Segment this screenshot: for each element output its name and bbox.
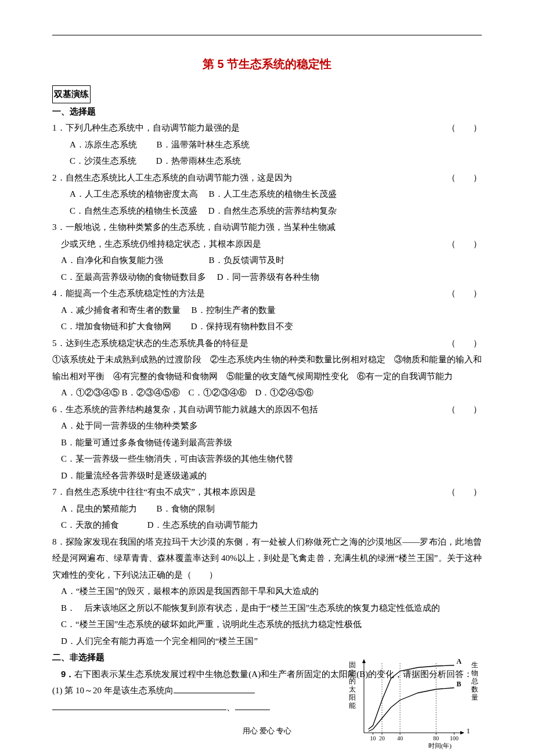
q2-stem: 2．自然生态系统比人工生态系统的自动调节能力强，这是因为 bbox=[52, 170, 447, 186]
q2-opts-row2: C．自然生态系统的植物生长茂盛 D．自然生态系统的营养结构复杂 bbox=[52, 203, 482, 219]
svg-text:B: B bbox=[456, 680, 461, 688]
q1-optD: D．热带雨林生态系统 bbox=[156, 156, 241, 165]
top-rule bbox=[52, 35, 482, 35]
q4-stem: 4．能提高一个生态系统稳定性的方法是 bbox=[52, 285, 447, 302]
q8-stem: 8．探险家发现在我国的塔克拉玛干大沙漠的东侧，有一处被人们称做死亡之海的沙漠地区… bbox=[52, 534, 482, 584]
svg-text:太: 太 bbox=[349, 685, 356, 693]
q3-stem-line1: 3．一般地说，生物种类繁多的生态系统，自动调节能力强，当某种生物减 bbox=[52, 219, 482, 236]
q3-stem2: 少或灭绝，生态系统仍维持稳定状态，其根本原因是 bbox=[52, 236, 447, 253]
svg-text:数: 数 bbox=[471, 685, 478, 693]
content-body: 双基演练 一、选择题 1．下列几种生态系统中，自动调节能力最强的是 （ ） A．… bbox=[52, 85, 482, 715]
q7-stem-line: 7．自然生态系统中往往“有虫不成灾”，其根本原因是 （ ） bbox=[52, 484, 482, 501]
q8-optB: B． 后来该地区之所以不能恢复到原有状态，是由于“楼兰王国”生态系统的恢复力稳定… bbox=[52, 600, 482, 617]
svg-text:量: 量 bbox=[471, 693, 478, 701]
q1-opts-row2: C．沙漠生态系统 D．热带雨林生态系统 bbox=[52, 153, 482, 170]
svg-text:总: 总 bbox=[471, 677, 478, 685]
svg-text:阳: 阳 bbox=[349, 693, 356, 701]
fill-blank-long bbox=[52, 701, 226, 710]
svg-text:物: 物 bbox=[471, 669, 478, 677]
q2-optD: D．自然生态系统的营养结构复杂 bbox=[208, 206, 337, 215]
q8-optC: C．“楼兰王国”生态系统的破坏如此严重，说明此生态系统的抵抗力稳定性极低 bbox=[52, 616, 482, 633]
page-title: 第 5 节生态系统的稳定性 bbox=[52, 53, 482, 75]
q9-sep: 、 bbox=[226, 703, 235, 712]
q3-opts-row1: A．自净化和自恢复能力强 B．负反馈调节及时 bbox=[52, 252, 482, 269]
q7-stem: 7．自然生态系统中往往“有虫不成灾”，其根本原因是 bbox=[52, 484, 447, 501]
q9-sub1-pre: (1) 第 10～20 年是该生态系统向 bbox=[52, 686, 174, 695]
section-label-box: 双基演练 bbox=[52, 85, 91, 103]
q2-paren: （ ） bbox=[447, 170, 482, 186]
svg-text:80: 80 bbox=[433, 735, 439, 741]
q6-stem: 6．生态系统的营养结构越复杂，其自动调节能力就越大的原因不包括 bbox=[52, 401, 447, 418]
q1-paren: （ ） bbox=[447, 120, 482, 136]
svg-marker-2 bbox=[362, 659, 366, 663]
q3-optA: A．自净化和自恢复能力强 bbox=[61, 255, 163, 265]
q1-stem-line: 1．下列几种生态系统中，自动调节能力最强的是 （ ） bbox=[52, 120, 482, 136]
q6-optA: A．处于同一营养级的生物种类繁多 bbox=[52, 417, 482, 434]
q4-optA: A．减少捕食者和寄生者的数量 bbox=[61, 305, 181, 315]
q8-optA: A．“楼兰王国”的毁灭，最根本的原因是我国西部干旱和风大造成的 bbox=[52, 583, 482, 600]
q9-chart: 10204080100AB固定的太阳能生物总数量时间(年) bbox=[345, 654, 482, 750]
svg-text:定: 定 bbox=[349, 669, 356, 677]
q7-paren: （ ） bbox=[447, 484, 482, 501]
svg-text:40: 40 bbox=[397, 735, 403, 741]
q5-stem-line: 5．达到生态系统稳定状态的生态系统具备的特征是 （ ） bbox=[52, 335, 482, 352]
q1-stem: 1．下列几种生态系统中，自动调节能力最强的是 bbox=[52, 120, 447, 136]
svg-text:20: 20 bbox=[379, 735, 385, 741]
svg-text:固: 固 bbox=[349, 661, 356, 669]
q9-num: 9． bbox=[61, 669, 74, 679]
q7-optA: A．昆虫的繁殖能力 bbox=[61, 504, 137, 513]
q3-optC: C．至最高营养级动物的食物链数目多 bbox=[61, 272, 206, 282]
q5-body: ①该系统处于未成熟到成熟的过渡阶段 ②生态系统内生物的种类和数量比例相对稳定 ③… bbox=[52, 351, 482, 384]
q4-paren: （ ） bbox=[447, 285, 482, 302]
q1-optA: A．冻原生态系统 bbox=[70, 140, 137, 149]
q8-optD: D．人们完全有能力再造一个完全相同的“楼兰王国” bbox=[52, 633, 482, 650]
q3-optB: B．负反馈调节及时 bbox=[209, 255, 284, 265]
q7-optC: C．天敌的捕食 bbox=[61, 520, 119, 530]
q6-optB: B．能量可通过多条食物链传递到最高营养级 bbox=[52, 434, 482, 451]
q5-opts: A．①②③④⑤ B．②③④⑤⑥ C．①②③④⑥ D．①②④⑤⑥ bbox=[52, 384, 482, 401]
fill-blank-short bbox=[235, 701, 270, 710]
q4-optD: D．保持现有物种数目不变 bbox=[191, 322, 293, 331]
svg-text:10: 10 bbox=[370, 735, 376, 741]
q7-optD: D．生态系统的自动调节能力 bbox=[147, 520, 258, 530]
svg-text:100: 100 bbox=[450, 735, 459, 741]
q4-opts-row1: A．减少捕食者和寄生者的数量 B．控制生产者的数量 bbox=[52, 302, 482, 319]
q7-opts-row2: C．天敌的捕食 D．生态系统的自动调节能力 bbox=[52, 517, 482, 534]
svg-marker-3 bbox=[460, 731, 464, 735]
q3-paren: （ ） bbox=[447, 236, 482, 253]
q1-optC: C．沙漠生态系统 bbox=[70, 156, 136, 165]
q4-optC: C．增加食物链和扩大食物网 bbox=[61, 322, 171, 331]
fill-blank bbox=[174, 685, 255, 693]
q5-paren: （ ） bbox=[447, 335, 482, 352]
svg-text:生: 生 bbox=[471, 661, 478, 669]
q6-stem-line: 6．生态系统的营养结构越复杂，其自动调节能力就越大的原因不包括 （ ） bbox=[52, 401, 482, 418]
q1-optB: B．温带落叶林生态系统 bbox=[157, 140, 250, 149]
q4-stem-line: 4．能提高一个生态系统稳定性的方法是 （ ） bbox=[52, 285, 482, 302]
q7-opts-row1: A．昆虫的繁殖能力 B．食物的限制 bbox=[52, 501, 482, 517]
q2-optA: A．人工生态系统的植物密度太高 bbox=[70, 189, 198, 199]
q4-optB: B．控制生产者的数量 bbox=[192, 305, 276, 315]
q3-stem-line2: 少或灭绝，生态系统仍维持稳定状态，其根本原因是 （ ） bbox=[52, 236, 482, 253]
q5-stem: 5．达到生态系统稳定状态的生态系统具备的特征是 bbox=[52, 335, 447, 352]
q6-optC: C．某一营养级一些生物消失，可由该营养级的其他生物代替 bbox=[52, 451, 482, 467]
q2-optC: C．自然生态系统的植物生长茂盛 bbox=[70, 206, 197, 215]
svg-text:时间(年): 时间(年) bbox=[428, 742, 452, 750]
q4-opts-row2: C．增加食物链和扩大食物网 D．保持现有物种数目不变 bbox=[52, 318, 482, 335]
q1-opts-row1: A．冻原生态系统 B．温带落叶林生态系统 bbox=[52, 136, 482, 153]
q2-opts-row1: A．人工生态系统的植物密度太高 B．人工生态系统的植物生长茂盛 bbox=[52, 186, 482, 203]
q2-optB: B．人工生态系统的植物生长茂盛 bbox=[209, 189, 337, 199]
svg-text:A: A bbox=[456, 657, 461, 665]
svg-text:能: 能 bbox=[349, 701, 356, 710]
part1-heading: 一、选择题 bbox=[52, 103, 482, 120]
q3-opts-row2: C．至最高营养级动物的食物链数目多 D．同一营养级有各种生物 bbox=[52, 269, 482, 286]
svg-text:的: 的 bbox=[349, 677, 356, 685]
q6-paren: （ ） bbox=[447, 401, 482, 418]
chart-svg: 10204080100AB固定的太阳能生物总数量时间(年) bbox=[345, 654, 482, 750]
q6-optD: D．能量流经各营养级时是逐级递减的 bbox=[52, 467, 482, 484]
q3-optD: D．同一营养级有各种生物 bbox=[217, 272, 319, 282]
q2-stem-line: 2．自然生态系统比人工生态系统的自动调节能力强，这是因为 （ ） bbox=[52, 170, 482, 186]
q7-optB: B．食物的限制 bbox=[157, 504, 215, 513]
